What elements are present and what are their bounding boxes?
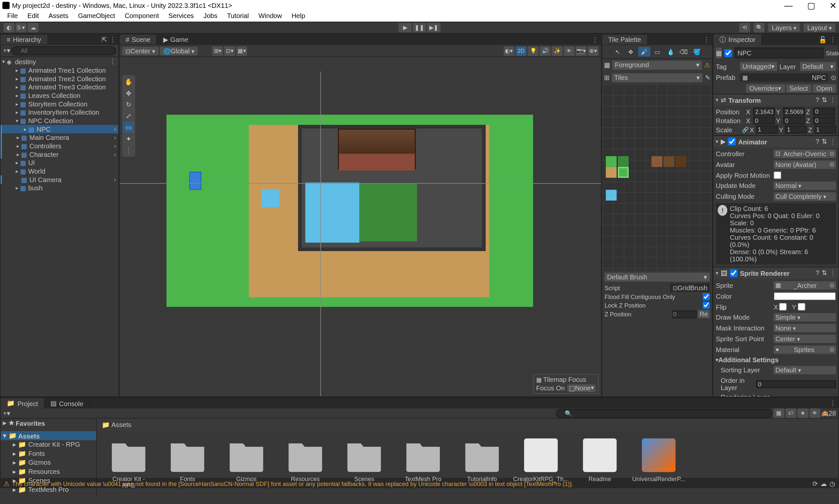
edit-palette-icon[interactable]: ✎ [705, 74, 711, 82]
hierarchy-item-character[interactable]: ▸▦Character› [1, 150, 118, 159]
tile-wood1[interactable] [651, 156, 662, 167]
pause-button[interactable]: ❚❚ [413, 23, 426, 32]
tab-project[interactable]: 📁 Project [1, 398, 45, 408]
account-button[interactable]: ◐ [4, 23, 14, 32]
hierarchy-item-storyitem-collection[interactable]: ▸▦StoryItem Collection [1, 100, 118, 108]
project-menu-icon[interactable]: ⋮ [829, 399, 836, 407]
gizmos-icon[interactable]: ⊕▾ [588, 46, 598, 55]
scl-y[interactable] [785, 125, 807, 133]
camera-icon[interactable]: 📷▾ [576, 46, 587, 55]
lighting-icon[interactable]: 💡 [528, 46, 539, 55]
search-by-type-icon[interactable]: ▦ [773, 408, 784, 418]
tag-dropdown[interactable]: Untagged▾ [740, 62, 777, 71]
save-search-icon[interactable]: ★ [798, 408, 808, 418]
overrides-dropdown[interactable]: Overrides▾ [746, 84, 785, 93]
auto-refresh-icon[interactable]: ⟳ [812, 480, 818, 487]
lock-z-checkbox[interactable] [703, 302, 710, 309]
color-field[interactable] [773, 292, 836, 300]
hierarchy-item-controllers[interactable]: ▸▦Controllers› [1, 142, 118, 150]
box-fill-tool[interactable]: ▭ [651, 47, 663, 56]
pos-z[interactable] [813, 107, 835, 115]
menu-services[interactable]: Services [163, 11, 198, 22]
rot-z[interactable] [813, 116, 835, 124]
animator-header[interactable]: ▾▶Animator?⇅⋮ [714, 136, 838, 147]
hierarchy-item-world[interactable]: ▸▦World [1, 167, 118, 176]
menu-gameobject[interactable]: GameObject [73, 11, 120, 22]
menu-edit[interactable]: Edit [23, 11, 43, 22]
tab-scene[interactable]: # Scene [120, 35, 157, 44]
sorting-layer-dropdown[interactable]: Default ▾ [773, 366, 836, 374]
update-mode-dropdown[interactable]: Normal ▾ [773, 181, 836, 190]
palette-layer-dropdown[interactable]: Foreground▾ [613, 60, 702, 70]
layer-dropdown[interactable]: Default▾ [800, 62, 836, 71]
rot-x[interactable] [753, 116, 775, 124]
open-prefab-button[interactable]: Open [812, 84, 836, 93]
active-checkbox[interactable] [724, 49, 732, 57]
pos-y[interactable] [783, 107, 805, 115]
assets-root[interactable]: ▾ 📁 Assets [1, 431, 97, 440]
gameobject-name-input[interactable] [734, 48, 823, 58]
hierarchy-item-main-camera[interactable]: ▸▦Main Camera› [1, 133, 118, 142]
grid-snap-icon[interactable]: ⊞▾ [212, 46, 223, 55]
step-button[interactable]: ▶❚ [427, 23, 440, 32]
tilemap-focus-overlay[interactable]: ▦ Tilemap Focus Focus On▢None ▾ [533, 374, 599, 394]
palette-menu-icon[interactable]: ⋮ [703, 36, 710, 43]
menu-help[interactable]: Help [287, 11, 310, 22]
sort-point-dropdown[interactable]: Center ▾ [773, 335, 836, 343]
snap-increment-icon[interactable]: ⊡▾ [225, 46, 235, 55]
coord-dropdown[interactable]: 🌐Global ▾ [160, 47, 198, 55]
menu-tutorial[interactable]: Tutorial [222, 11, 254, 22]
scl-z[interactable] [815, 125, 836, 133]
gameobject-icon[interactable]: ▦ [716, 48, 722, 58]
select-tool[interactable]: ↖ [612, 47, 624, 56]
scale-link-icon[interactable]: 🔗 [742, 126, 748, 132]
sprite-renderer-enabled[interactable] [730, 269, 737, 277]
debug-draw-icon[interactable]: ◐▾ [504, 46, 514, 55]
inspector-lock-icon[interactable]: 🔓 [819, 36, 827, 43]
select-prefab-button[interactable]: Select [786, 84, 811, 93]
maximize-button[interactable]: ▢ [807, 1, 815, 10]
flip-y[interactable] [798, 303, 805, 310]
order-in-layer-input[interactable] [756, 380, 836, 388]
undo-history-button[interactable]: ⟲ [739, 23, 750, 32]
close-button[interactable]: ✕ [829, 1, 837, 10]
fx-icon[interactable]: ✨ [552, 46, 562, 55]
tile-wood3[interactable] [676, 156, 686, 167]
scene-menu-icon[interactable]: ⋮ [109, 58, 116, 66]
project-folder-creator-kit---rpg[interactable]: ▸ 📁 Creator Kit - RPG [1, 440, 97, 449]
hierarchy-item-inventoryitem-collection[interactable]: ▸▦InventoryItem Collection [1, 108, 118, 116]
hierarchy-item-npc-collection[interactable]: ▾▦NPC Collection [1, 116, 118, 125]
status-message[interactable]: The character with Unicode value \u0041 … [12, 480, 810, 487]
hierarchy-item-animated-tree3-collection[interactable]: ▸▦Animated Tree3 Collection [1, 83, 118, 91]
hierarchy-item-ui[interactable]: ▸▦UI [1, 159, 118, 167]
search-by-label-icon[interactable]: 🏷 [785, 408, 796, 418]
menu-component[interactable]: Component [120, 11, 164, 22]
animator-enabled[interactable] [728, 138, 736, 145]
picker-tool[interactable]: 💧 [664, 47, 677, 56]
tab-tile-palette[interactable]: Tile Palette [602, 35, 648, 44]
additional-settings-header[interactable]: Additional Settings [718, 356, 779, 363]
scene-menu-icon[interactable]: ⋮ [592, 36, 598, 43]
favorites-header[interactable]: ▸ ★ Favorites [1, 418, 97, 428]
tab-console[interactable]: ▤ Console [45, 398, 90, 408]
hierarchy-item-animated-tree1-collection[interactable]: ▸▦Animated Tree1 Collection [1, 66, 118, 75]
fill-tool[interactable]: 🪣 [691, 47, 703, 56]
play-button[interactable]: ▶ [399, 23, 412, 32]
eraser-tool[interactable]: ⌫ [678, 47, 690, 56]
tile-sand[interactable] [606, 167, 616, 178]
hierarchy-item-animated-tree2-collection[interactable]: ▸▦Animated Tree2 Collection [1, 74, 118, 83]
tile-water[interactable] [606, 190, 616, 200]
palette-grid[interactable] [602, 84, 712, 270]
tile-grass-dark[interactable] [618, 156, 629, 167]
pos-x[interactable] [753, 107, 775, 115]
controller-field[interactable]: ⊡Archer-Overric [773, 150, 836, 158]
z-position-input[interactable] [672, 310, 696, 318]
audio-icon[interactable]: 🔊 [540, 46, 550, 55]
layout-dropdown[interactable]: Layout ▾ [804, 23, 835, 32]
services-button[interactable]: S ▾ [16, 23, 27, 32]
visibility-icon[interactable]: 👁 [564, 46, 575, 55]
z-reset-button[interactable]: Re [698, 310, 710, 318]
search-button[interactable]: 🔍 [754, 23, 765, 32]
sprite-field[interactable]: ▦_Archer [773, 281, 836, 289]
flip-x[interactable] [779, 303, 787, 310]
